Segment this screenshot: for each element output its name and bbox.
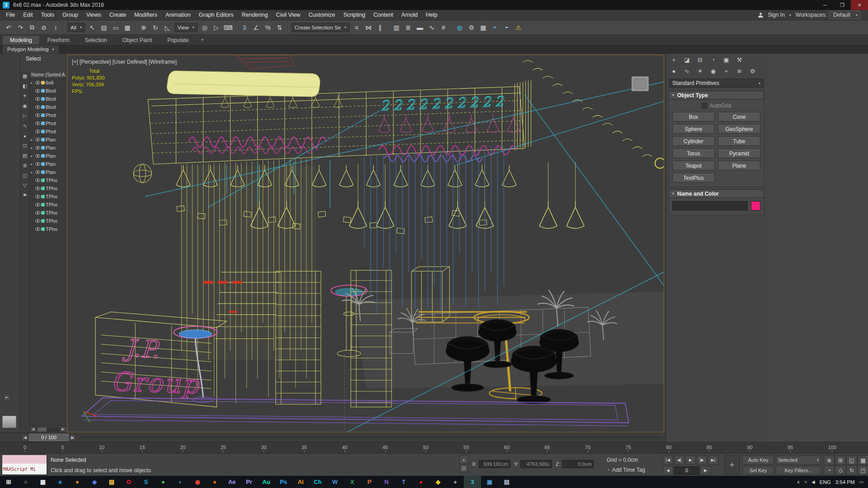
snaps-toggle-icon[interactable]: 3 bbox=[239, 22, 250, 33]
material-editor-icon[interactable]: ◍ bbox=[454, 22, 466, 33]
taskbar-app-blue-icon[interactable]: ◆ bbox=[86, 476, 103, 488]
render-production-icon[interactable]: ◓ bbox=[489, 22, 501, 33]
expand-arrow-icon[interactable]: ▸ bbox=[31, 170, 34, 174]
minimize-button[interactable]: ─ bbox=[816, 0, 834, 10]
subcategory-dropdown[interactable]: Standard Primitives ▾ bbox=[669, 79, 764, 88]
explorer-select-set-icon[interactable]: ▤ bbox=[20, 151, 29, 160]
cameras-category-icon[interactable]: ◉ bbox=[707, 66, 719, 76]
select-and-scale-icon[interactable]: ◺ bbox=[161, 22, 173, 33]
primitive-button[interactable]: Pyramid bbox=[718, 149, 760, 158]
explorer-filter-lights-icon[interactable]: ☀ bbox=[20, 92, 29, 100]
render-setup-icon[interactable]: ⚙ bbox=[466, 22, 477, 33]
taskbar-app-gray-icon[interactable]: ● bbox=[447, 476, 464, 488]
scene-explorer-row[interactable]: Phot bbox=[30, 127, 66, 136]
expand-arrow-icon[interactable]: ▸ bbox=[31, 154, 34, 158]
transform-gizmo-icon[interactable]: + bbox=[459, 455, 468, 464]
visibility-eye-icon[interactable] bbox=[35, 195, 40, 198]
expand-arrow-icon[interactable]: ▸ bbox=[31, 81, 34, 85]
rectangular-selection-region-icon[interactable]: ▭ bbox=[110, 22, 122, 33]
visibility-eye-icon[interactable] bbox=[35, 227, 40, 231]
menu-item[interactable]: Civil View bbox=[272, 12, 304, 18]
visibility-eye-icon[interactable] bbox=[35, 138, 40, 141]
taskbar-app-blue2-icon[interactable]: ▣ bbox=[481, 476, 498, 488]
time-slider[interactable]: ◀ 0 / 100 ▶ bbox=[0, 432, 666, 442]
key-mode-dropdown[interactable]: Selected▾ bbox=[776, 455, 821, 465]
visibility-eye-icon[interactable] bbox=[35, 219, 40, 223]
taskbar-teams-icon[interactable]: T bbox=[395, 476, 412, 488]
ribbon-options-icon[interactable]: ▾ bbox=[202, 38, 204, 42]
field-of-view-icon[interactable]: ◔ bbox=[824, 465, 835, 475]
selection-filter-dropdown[interactable]: All▾ bbox=[67, 23, 85, 32]
menu-item[interactable]: Help bbox=[422, 12, 442, 18]
explorer-materials-icon[interactable]: ◫ bbox=[20, 171, 29, 180]
listener-pane[interactable]: MAXScript Mi bbox=[2, 464, 47, 474]
frame-back-icon[interactable]: ◀ bbox=[22, 434, 28, 441]
visibility-eye-icon[interactable] bbox=[35, 130, 40, 133]
primitive-button[interactable]: Tube bbox=[718, 136, 760, 146]
align-icon[interactable]: ∥ bbox=[374, 22, 386, 33]
visibility-eye-icon[interactable] bbox=[35, 154, 40, 158]
scroll-left-icon[interactable]: ◀ bbox=[30, 427, 36, 432]
frame-forward-icon[interactable]: ▶ bbox=[69, 434, 76, 441]
y-coordinate-field[interactable]: 4763.565c bbox=[520, 460, 552, 468]
taskbar-illustrator-icon[interactable]: Ai bbox=[292, 476, 309, 488]
mirror-icon[interactable]: ⋈ bbox=[363, 22, 374, 33]
taskbar-photoshop-icon[interactable]: Ps bbox=[275, 476, 292, 488]
taskbar-task-view-icon[interactable]: ▦ bbox=[34, 476, 52, 488]
primitive-button[interactable]: Sphere bbox=[672, 124, 715, 134]
space-warps-category-icon[interactable]: ≋ bbox=[733, 66, 745, 76]
scene-explorer-row[interactable]: TPho bbox=[30, 217, 66, 225]
explorer-hierarchy-icon[interactable]: ◧ bbox=[20, 82, 29, 90]
percent-snap-icon[interactable]: % bbox=[262, 22, 274, 33]
undo-icon[interactable]: ↶ bbox=[3, 22, 14, 33]
set-keys-button[interactable]: + bbox=[724, 455, 740, 474]
unlink-selection-icon[interactable]: ⊘ bbox=[38, 22, 50, 33]
angle-snap-icon[interactable]: ∠ bbox=[250, 22, 262, 33]
taskbar-onenote-icon[interactable]: N bbox=[378, 476, 395, 488]
x-coordinate-field[interactable]: 939.191cm bbox=[479, 460, 510, 468]
set-key-button[interactable]: Set Key bbox=[742, 466, 774, 475]
menu-item[interactable]: Group bbox=[58, 12, 82, 18]
taskbar-start-icon[interactable]: ⊞ bbox=[0, 476, 17, 488]
scene-explorer-row[interactable]: Phot bbox=[30, 119, 66, 127]
expand-arrow-icon[interactable]: ▸ bbox=[31, 146, 34, 150]
menu-item[interactable]: Modifiers bbox=[130, 12, 161, 18]
docked-panel-swatch[interactable] bbox=[2, 416, 16, 428]
menu-item[interactable]: Tools bbox=[37, 12, 58, 18]
close-button[interactable]: ✕ bbox=[851, 0, 868, 10]
visibility-eye-icon[interactable] bbox=[35, 178, 40, 182]
add-time-tag[interactable]: ◔ Add Time Tag bbox=[607, 467, 645, 473]
visibility-eye-icon[interactable] bbox=[35, 105, 40, 109]
scene-explorer-row[interactable]: Blod bbox=[30, 87, 66, 95]
play-icon[interactable]: ▶ bbox=[685, 455, 696, 465]
selection-lock-icon[interactable]: ⊡ bbox=[459, 464, 468, 473]
explorer-sync-icon[interactable]: ▽ bbox=[20, 181, 29, 190]
explorer-filter-helpers-icon[interactable]: ▷ bbox=[20, 112, 29, 120]
viewcube[interactable] bbox=[632, 76, 649, 91]
macro-recorder-pane[interactable] bbox=[2, 455, 47, 464]
sign-in-dropdown-icon[interactable]: ▾ bbox=[789, 13, 791, 17]
taskbar-after-effects-icon[interactable]: Ae bbox=[223, 476, 241, 488]
go-to-end-icon[interactable]: ▶| bbox=[708, 455, 718, 465]
taskbar-excel-icon[interactable]: X bbox=[344, 476, 361, 488]
visibility-eye-icon[interactable] bbox=[35, 162, 40, 166]
explorer-layers-icon[interactable]: ≣ bbox=[20, 161, 29, 170]
menu-item[interactable]: Create bbox=[105, 12, 131, 18]
scene-explorer-row[interactable]: ▸ Plan bbox=[30, 136, 66, 144]
scene-explorer-row[interactable]: Phot bbox=[30, 111, 66, 119]
autogrid-checkbox[interactable] bbox=[702, 103, 707, 108]
select-object-icon[interactable]: ↖ bbox=[86, 22, 98, 33]
object-type-rollout-header[interactable]: ▾ Object Type bbox=[669, 91, 764, 99]
primitive-button[interactable]: Cylinder bbox=[672, 136, 715, 146]
clock-time[interactable]: 3:54 PM bbox=[835, 479, 855, 485]
zoom-extents-icon[interactable]: ◱ bbox=[846, 455, 857, 465]
zoom-extents-all-icon[interactable]: ▦ bbox=[858, 455, 868, 465]
object-name-input[interactable] bbox=[672, 201, 748, 211]
scene-explorer-row[interactable]: Blod bbox=[30, 103, 66, 111]
scene-explorer-row[interactable]: Blod bbox=[30, 95, 66, 103]
name-color-rollout-header[interactable]: ▾ Name and Color bbox=[669, 189, 764, 198]
taskbar-app-orange-icon[interactable]: ● bbox=[206, 476, 223, 488]
shapes-category-icon[interactable]: ∿ bbox=[681, 66, 693, 76]
select-and-manipulate-icon[interactable]: ▷ bbox=[211, 22, 222, 33]
explorer-lock-icon[interactable]: ⊡ bbox=[20, 141, 29, 150]
